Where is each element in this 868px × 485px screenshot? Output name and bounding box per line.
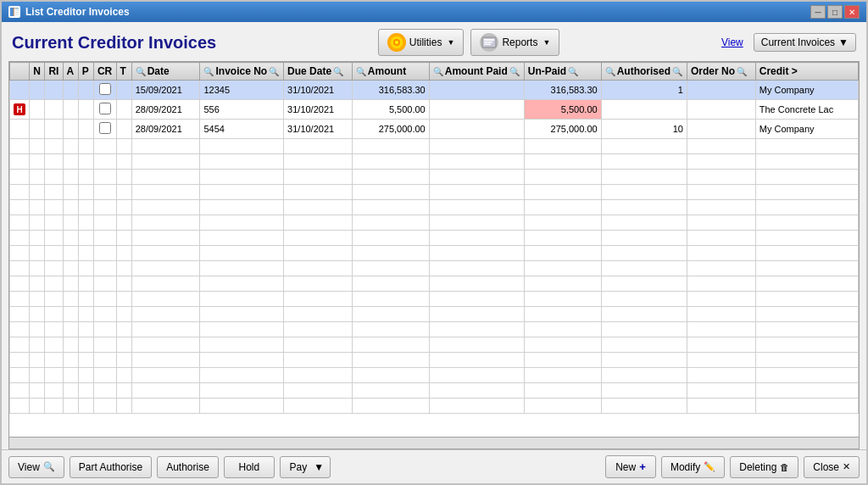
table-row[interactable]: 28/09/2021545431/10/2021275,000.00275,00… <box>10 120 859 139</box>
cell-empty <box>200 215 284 231</box>
window-close-button[interactable]: ✕ <box>844 5 860 19</box>
cell-empty <box>78 185 93 200</box>
cell-empty <box>63 307 78 322</box>
horizontal-scrollbar[interactable] <box>9 437 859 449</box>
utilities-button[interactable]: Utilities ▼ <box>378 29 465 56</box>
col-header-t: T <box>116 63 131 81</box>
cell-empty <box>93 185 116 200</box>
search-due-icon[interactable]: 🔍 <box>333 67 343 76</box>
modify-label: Modify <box>670 461 700 473</box>
cell-empty <box>45 353 63 368</box>
cell-empty <box>78 246 93 261</box>
col-header-n: N <box>30 63 45 81</box>
cell-empty <box>116 215 131 231</box>
cell-cr[interactable] <box>93 120 116 139</box>
search-order-icon[interactable]: 🔍 <box>737 67 747 76</box>
cell-a <box>63 81 78 100</box>
cell-empty <box>524 337 601 353</box>
cr-checkbox[interactable] <box>99 83 111 95</box>
search-amount-paid-icon2[interactable]: 🔍 <box>509 67 520 76</box>
search-unpaid-icon[interactable]: 🔍 <box>568 67 578 76</box>
cell-amount-paid <box>429 100 524 120</box>
cell-empty <box>352 307 429 322</box>
table-row[interactable]: H28/09/202155631/10/20215,500.005,500.00… <box>10 100 859 120</box>
cell-empty <box>352 399 429 414</box>
cell-p <box>78 120 93 139</box>
modify-icon: ✏️ <box>704 461 715 472</box>
cell-empty <box>116 154 131 170</box>
cell-ri <box>45 100 63 120</box>
cell-date: 28/09/2021 <box>131 100 200 120</box>
header-toolbar: Utilities ▼ Reports ▼ <box>378 29 560 56</box>
table-row-empty <box>10 200 859 215</box>
pay-button[interactable]: Pay ▼ <box>280 456 331 478</box>
authorise-button[interactable]: Authorise <box>157 456 219 478</box>
new-icon: + <box>639 460 646 473</box>
col-header-a: A <box>63 63 78 81</box>
deleting-button[interactable]: Deleting 🗑 <box>730 456 798 478</box>
cell-empty <box>755 383 858 399</box>
new-button[interactable]: New + <box>605 455 656 478</box>
cell-empty <box>93 246 116 261</box>
modify-button[interactable]: Modify ✏️ <box>661 456 725 478</box>
cell-empty <box>755 368 858 383</box>
cell-empty <box>10 170 30 185</box>
cell-empty <box>30 185 45 200</box>
cell-empty <box>524 231 601 246</box>
cell-empty <box>429 139 524 154</box>
cr-checkbox[interactable] <box>99 122 111 134</box>
cell-empty <box>601 368 687 383</box>
table-row-empty <box>10 276 859 292</box>
view-link[interactable]: View <box>721 36 743 48</box>
cell-empty <box>93 322 116 337</box>
cell-empty <box>131 170 200 185</box>
cell-cr[interactable] <box>93 100 116 120</box>
cell-empty <box>601 337 687 353</box>
col-header-amount: 🔍Amount <box>352 63 429 81</box>
search-invoice-icon[interactable]: 🔍 <box>203 67 214 76</box>
cell-empty <box>284 261 353 276</box>
search-authorised-icon[interactable]: 🔍 <box>605 67 615 76</box>
cell-authorised <box>601 100 687 120</box>
table-row[interactable]: 15/09/20211234531/10/2021316,583.30316,5… <box>10 81 859 100</box>
cell-empty <box>200 200 284 215</box>
reports-button[interactable]: Reports ▼ <box>470 29 559 56</box>
view-button[interactable]: View 🔍 <box>8 456 64 478</box>
view-dropdown[interactable]: Current Invoices ▼ <box>754 33 856 52</box>
search-date-icon[interactable]: 🔍 <box>136 67 146 76</box>
cr-checkbox[interactable] <box>99 103 111 114</box>
cell-cr[interactable] <box>93 81 116 100</box>
cell-empty <box>687 322 755 337</box>
cell-empty <box>131 337 200 353</box>
maximize-button[interactable]: □ <box>827 5 843 19</box>
minimize-button[interactable]: ─ <box>810 5 826 19</box>
search-authorised-icon2[interactable]: 🔍 <box>672 67 682 76</box>
cell-empty <box>755 231 858 246</box>
reports-dropdown-arrow: ▼ <box>542 38 550 47</box>
cell-empty <box>601 353 687 368</box>
cell-empty <box>429 170 524 185</box>
cell-t <box>116 100 131 120</box>
search-amount-icon[interactable]: 🔍 <box>356 67 366 76</box>
cell-empty <box>10 322 30 337</box>
cell-ri <box>45 81 63 100</box>
col-header-due: Due Date🔍 <box>284 63 353 81</box>
cell-empty <box>45 261 63 276</box>
search-amount-paid-icon[interactable]: 🔍 <box>433 67 443 76</box>
cell-date: 28/09/2021 <box>131 120 200 139</box>
table-row-empty <box>10 337 859 353</box>
part-authorise-button[interactable]: Part Authorise <box>70 456 152 478</box>
close-button[interactable]: Close ✕ <box>804 456 860 478</box>
hold-button[interactable]: Hold <box>224 456 275 478</box>
cell-empty <box>45 215 63 231</box>
cell-empty <box>284 215 353 231</box>
cell-credit: My Company <box>755 120 858 139</box>
search-invoice-icon2[interactable]: 🔍 <box>269 67 279 76</box>
cell-empty <box>116 246 131 261</box>
cell-empty <box>687 139 755 154</box>
cell-empty <box>93 170 116 185</box>
cell-empty <box>10 383 30 399</box>
cell-empty <box>524 215 601 231</box>
cell-empty <box>284 246 353 261</box>
cell-empty <box>63 139 78 154</box>
